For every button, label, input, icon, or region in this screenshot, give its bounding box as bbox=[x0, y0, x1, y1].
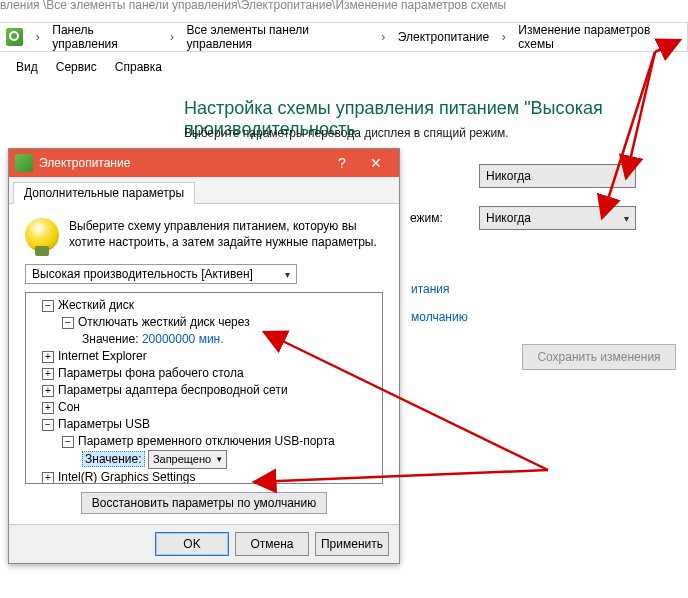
sleep-select[interactable]: Никогда ▾ bbox=[479, 206, 636, 230]
restore-row: Восстановить параметры по умолчанию bbox=[25, 492, 383, 514]
chevron-right-icon[interactable]: › bbox=[29, 30, 46, 44]
intro-text: Выберите схему управления питанием, кото… bbox=[69, 218, 383, 252]
tree-value-usb[interactable]: Значение: Запрещено▾ bbox=[28, 450, 380, 469]
chevron-down-icon: ▾ bbox=[285, 269, 290, 280]
tab-row: Дополнительные параметры bbox=[9, 177, 399, 204]
expand-icon[interactable]: + bbox=[42, 368, 54, 380]
chevron-right-icon[interactable]: › bbox=[375, 30, 392, 44]
page-subtitle: Выберите параметры перевода дисплея в сп… bbox=[184, 126, 509, 140]
expand-icon[interactable]: + bbox=[42, 351, 54, 363]
link-restore-defaults[interactable]: молчанию bbox=[411, 310, 468, 324]
tree-value-hdd[interactable]: Значение: 20000000 мин. bbox=[28, 331, 380, 348]
tree-item-sleep[interactable]: +Сон bbox=[28, 399, 380, 416]
menu-bar: Вид Сервис Справка bbox=[16, 60, 162, 74]
help-button[interactable]: ? bbox=[325, 149, 359, 177]
breadcrumb-seg-current: Изменение параметров схемы bbox=[512, 23, 687, 51]
expand-icon[interactable]: + bbox=[42, 385, 54, 397]
select-value: Никогда bbox=[486, 211, 531, 225]
usb-value-select[interactable]: Запрещено▾ bbox=[148, 450, 227, 469]
chevron-right-icon[interactable]: › bbox=[163, 30, 180, 44]
tree-item-ie[interactable]: +Internet Explorer bbox=[28, 348, 380, 365]
dialog-buttons: OK Отмена Применить bbox=[9, 524, 399, 563]
breadcrumb: › Панель управления › Все элементы панел… bbox=[0, 22, 688, 52]
close-button[interactable]: ✕ bbox=[359, 149, 393, 177]
tree-item-hdd[interactable]: −Жесткий диск bbox=[28, 297, 380, 314]
hdd-value-link[interactable]: 20000000 мин. bbox=[142, 332, 224, 346]
expand-icon[interactable]: + bbox=[42, 402, 54, 414]
tree-item-usb-sub[interactable]: −Параметр временного отключения USB-порт… bbox=[28, 433, 380, 450]
menu-help[interactable]: Справка bbox=[115, 60, 162, 74]
cancel-button[interactable]: Отмена bbox=[235, 532, 309, 556]
breadcrumb-seg[interactable]: Электропитание bbox=[392, 30, 495, 44]
link-stack: итания молчанию bbox=[411, 282, 468, 324]
collapse-icon[interactable]: − bbox=[62, 436, 74, 448]
power-icon bbox=[15, 154, 33, 172]
collapse-icon[interactable]: − bbox=[42, 300, 54, 312]
intro-row: Выберите схему управления питанием, кото… bbox=[9, 204, 399, 262]
tree-item-usb[interactable]: −Параметры USB bbox=[28, 416, 380, 433]
dialog-titlebar[interactable]: Электропитание ? ✕ bbox=[9, 149, 399, 177]
tab-advanced[interactable]: Дополнительные параметры bbox=[13, 182, 195, 204]
apply-button[interactable]: Применить bbox=[315, 532, 389, 556]
chevron-down-icon: ▾ bbox=[624, 171, 629, 182]
power-options-dialog: Электропитание ? ✕ Дополнительные параме… bbox=[8, 148, 400, 564]
tree-item-intel[interactable]: +Intel(R) Graphics Settings bbox=[28, 469, 380, 484]
sleep-label-tail: ежим: bbox=[410, 211, 443, 225]
link-advanced-power[interactable]: итания bbox=[411, 282, 468, 296]
window-title-tail: вления \Все элементы панели управления\Э… bbox=[0, 0, 506, 12]
expand-icon[interactable]: + bbox=[42, 472, 54, 484]
scheme-select[interactable]: Высокая производительность [Активен] ▾ bbox=[25, 264, 297, 284]
tree-item-wifi[interactable]: +Параметры адаптера беспроводной сети bbox=[28, 382, 380, 399]
menu-service[interactable]: Сервис bbox=[56, 60, 97, 74]
chevron-right-icon[interactable]: › bbox=[495, 30, 512, 44]
tree-item-bg[interactable]: +Параметры фона рабочего стола bbox=[28, 365, 380, 382]
collapse-icon[interactable]: − bbox=[62, 317, 74, 329]
breadcrumb-seg[interactable]: Все элементы панели управления bbox=[181, 23, 375, 51]
save-button: Сохранить изменения bbox=[522, 344, 676, 370]
chevron-down-icon: ▾ bbox=[624, 213, 629, 224]
restore-defaults-button[interactable]: Восстановить параметры по умолчанию bbox=[81, 492, 327, 514]
lightbulb-icon bbox=[25, 218, 59, 252]
settings-tree[interactable]: −Жесткий диск −Отключать жесткий диск че… bbox=[25, 292, 383, 484]
scheme-value: Высокая производительность [Активен] bbox=[32, 267, 253, 281]
ok-button[interactable]: OK bbox=[155, 532, 229, 556]
dialog-title: Электропитание bbox=[39, 156, 130, 170]
select-value: Никогда bbox=[486, 169, 531, 183]
breadcrumb-seg[interactable]: Панель управления bbox=[46, 23, 163, 51]
menu-view[interactable]: Вид bbox=[16, 60, 38, 74]
control-panel-icon bbox=[6, 28, 23, 46]
usb-value-label: Значение: bbox=[82, 451, 145, 467]
chevron-down-icon: ▾ bbox=[217, 451, 222, 468]
display-off-select[interactable]: Никогда ▾ bbox=[479, 164, 636, 188]
collapse-icon[interactable]: − bbox=[42, 419, 54, 431]
tree-item-hdd-off[interactable]: −Отключать жесткий диск через bbox=[28, 314, 380, 331]
